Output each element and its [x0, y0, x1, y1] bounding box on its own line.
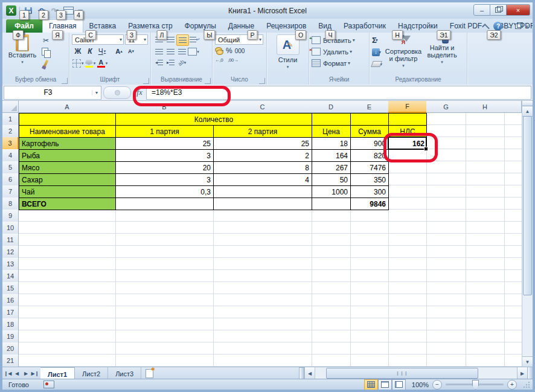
increase-decimal-button[interactable]: ←,0: [215, 57, 223, 63]
split-handle[interactable]: [527, 367, 533, 379]
cell-A7[interactable]: Чай: [19, 185, 116, 198]
dialog-launcher-icon[interactable]: [259, 78, 265, 84]
row-header-17[interactable]: 17: [2, 306, 19, 319]
tab-formulas[interactable]: Формулы: [179, 20, 222, 33]
cell-C7[interactable]: [213, 185, 312, 198]
tab-file[interactable]: Файл: [6, 19, 42, 33]
row-header-14[interactable]: 14: [2, 270, 19, 283]
row-header-5[interactable]: 5: [2, 161, 19, 174]
split-handle[interactable]: [522, 101, 533, 106]
vertical-scroll-thumb[interactable]: [523, 116, 532, 295]
cell-D5[interactable]: 267: [312, 161, 351, 174]
column-header-b[interactable]: B: [115, 101, 214, 113]
align-bottom-button[interactable]: [176, 34, 189, 46]
insert-worksheet-button[interactable]: [141, 367, 157, 379]
cell-C4[interactable]: 2: [213, 149, 312, 162]
clear-button[interactable]: ▾: [372, 59, 382, 69]
row-header-11[interactable]: 11: [2, 234, 19, 246]
cell-D2[interactable]: Цена: [312, 125, 351, 138]
scroll-right-icon[interactable]: ▶: [517, 367, 527, 379]
cell-A2[interactable]: Наименование товара: [19, 125, 116, 138]
zoom-in-button[interactable]: +: [507, 380, 517, 390]
cell-F2[interactable]: НДС: [388, 125, 427, 138]
cell-A5[interactable]: Мясо: [19, 161, 116, 174]
autosum-button[interactable]: Σ▾: [372, 34, 382, 45]
styles-button[interactable]: А✎ Стили ▾: [277, 34, 300, 76]
zoom-out-button[interactable]: −: [432, 380, 442, 390]
cell-B2[interactable]: 1 партия: [115, 125, 214, 138]
cell-D3[interactable]: 18: [312, 137, 351, 150]
row-header-12[interactable]: 12: [2, 246, 19, 259]
cell-A6[interactable]: Сахар: [19, 173, 116, 186]
last-sheet-button[interactable]: ▶❙: [31, 369, 39, 378]
cell-A8[interactable]: ВСЕГО: [19, 198, 116, 210]
scroll-left-icon[interactable]: ◀: [304, 367, 315, 379]
row-header-1[interactable]: 1: [2, 113, 19, 126]
column-header-c[interactable]: C: [213, 101, 312, 113]
column-header-f[interactable]: F: [388, 101, 427, 113]
row-header-15[interactable]: 15: [2, 282, 19, 295]
bold-button[interactable]: Ж: [72, 46, 84, 57]
cell-D7[interactable]: 1000: [312, 185, 351, 198]
tab-developer[interactable]: Разработчик: [338, 20, 392, 33]
row-header-8[interactable]: 8: [2, 198, 19, 210]
cell-E1[interactable]: [350, 113, 389, 126]
help-icon[interactable]: ?: [493, 22, 502, 31]
comma-style-button[interactable]: 000: [235, 48, 245, 54]
cell-B3[interactable]: 25: [115, 137, 214, 150]
cell-E7[interactable]: 300: [350, 185, 389, 198]
align-right-button[interactable]: [176, 47, 188, 57]
find-select-button[interactable]: Найти и выделить▾: [424, 34, 460, 76]
decrease-indent-button[interactable]: ◂: [153, 57, 165, 68]
next-sheet-button[interactable]: ▶: [22, 369, 30, 378]
column-header-h[interactable]: H: [466, 101, 505, 113]
cell-F1[interactable]: [388, 113, 427, 126]
fill-color-button[interactable]: ▾: [85, 58, 97, 69]
sort-filter-button[interactable]: А Я Сортировка и фильтр▾: [385, 34, 422, 76]
sheet-tab-sheet3[interactable]: Лист3: [108, 367, 141, 379]
zoom-slider[interactable]: [446, 384, 504, 385]
cell-E5[interactable]: 7476: [350, 161, 389, 174]
cell-D1[interactable]: [312, 113, 351, 126]
orientation-button[interactable]: ab▾: [176, 57, 188, 68]
increase-indent-button[interactable]: ▸: [165, 57, 176, 68]
row-header-10[interactable]: 10: [2, 222, 19, 234]
cell-B4[interactable]: 3: [115, 149, 214, 162]
decrease-decimal-button[interactable]: ,00→: [228, 57, 238, 63]
row-header-2[interactable]: 2: [2, 125, 19, 138]
zoom-slider-thumb[interactable]: [472, 380, 479, 390]
shrink-font-button[interactable]: А▾: [125, 46, 137, 57]
column-header-e[interactable]: E: [350, 101, 389, 113]
select-all-corner[interactable]: [2, 101, 19, 113]
cell-B5[interactable]: 20: [115, 161, 214, 174]
zoom-level[interactable]: 100%: [409, 381, 429, 388]
cell-B7[interactable]: 0,3: [115, 185, 214, 198]
font-name-combo[interactable]: Calibri▾: [72, 34, 124, 45]
cell-E3[interactable]: 900: [350, 137, 389, 150]
copy-button[interactable]: ▾: [40, 46, 52, 57]
row-header-13[interactable]: 13: [2, 258, 19, 271]
sheet-tab-sheet2[interactable]: Лист2: [75, 367, 108, 379]
formula-bar-resize-handle[interactable]: [103, 86, 131, 99]
cell-E6[interactable]: 350: [350, 173, 389, 186]
row-header-19[interactable]: 19: [2, 330, 19, 343]
font-color-button[interactable]: А ▾: [97, 58, 109, 69]
insert-cells-button[interactable]: Вставить▾: [312, 34, 367, 46]
cell-B8[interactable]: [115, 198, 214, 210]
minimize-button[interactable]: –: [473, 4, 490, 16]
dialog-launcher-icon[interactable]: [62, 78, 68, 84]
borders-button[interactable]: ▾: [72, 58, 85, 69]
delete-cells-button[interactable]: Удалить▾: [312, 46, 367, 57]
dialog-launcher-icon[interactable]: [205, 78, 211, 84]
workbook-minimize-button[interactable]: –: [507, 23, 510, 30]
row-header-20[interactable]: 20: [2, 342, 19, 355]
row-header-3[interactable]: 3: [2, 137, 19, 150]
cell-A1[interactable]: [19, 113, 116, 126]
dialog-launcher-icon[interactable]: [143, 78, 149, 84]
row-header-7[interactable]: 7: [2, 185, 19, 198]
scroll-up-icon[interactable]: ▲: [522, 106, 533, 117]
horizontal-scroll-thumb[interactable]: ❙❙❙: [326, 368, 478, 379]
cell-E8[interactable]: 9846: [350, 198, 389, 210]
horizontal-scrollbar[interactable]: ◀ ❙❙❙ ▶: [304, 367, 533, 379]
cell-B1[interactable]: Количество: [115, 113, 312, 126]
